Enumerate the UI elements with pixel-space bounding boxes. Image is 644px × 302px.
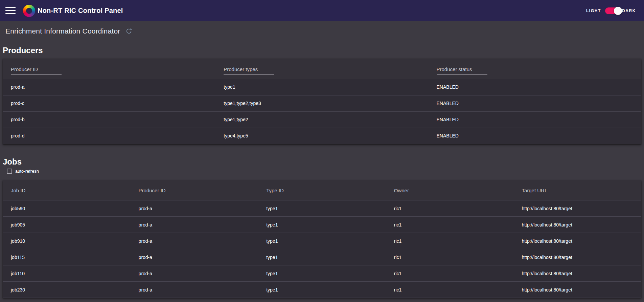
producer-id-filter-field [11, 66, 62, 75]
producers-heading: Producers [3, 46, 644, 55]
producer-status-filter-field [437, 66, 487, 75]
toggle-thumb[interactable] [614, 7, 622, 15]
job-type-id-filter-field [266, 188, 317, 196]
table-row: prod-c type1,type2,type3 ENABLED [3, 95, 641, 111]
job-producer-id-filter-field [139, 188, 189, 196]
producer-types-filter-field [224, 66, 274, 75]
theme-toggle-group: LIGHT DARK [586, 7, 636, 14]
producers-filter-row [3, 59, 641, 79]
auto-refresh-checkbox[interactable]: auto-refresh [7, 169, 644, 174]
producer-id-cell: prod-a [131, 200, 258, 217]
producers-table-card: prod-a type1 ENABLED prod-c type1,type2,… [3, 59, 641, 144]
page-title: Enrichment Information Coordinator [5, 27, 120, 35]
table-row: job910 prod-a type1 ric1 http://localhos… [3, 233, 641, 249]
dark-mode-toggle[interactable] [605, 7, 621, 14]
job-id-cell: job110 [3, 265, 131, 282]
job-id-cell: job905 [3, 217, 131, 233]
jobs-table-card: job590 prod-a type1 ric1 http://localhos… [3, 180, 641, 298]
app-title: Non-RT RIC Control Panel [38, 7, 123, 15]
table-row: job905 prod-a type1 ric1 http://localhos… [3, 217, 641, 233]
producer-types-cell: type1,type2,type3 [215, 95, 428, 111]
target-uri-cell: http://localhost:80/target [513, 233, 641, 249]
refresh-button[interactable] [125, 27, 133, 35]
table-row: job110 prod-a type1 ric1 http://localhos… [3, 265, 641, 282]
target-uri-cell: http://localhost:80/target [513, 265, 641, 282]
producer-status-cell: ENABLED [429, 128, 641, 144]
target-uri-cell: http://localhost:80/target [513, 200, 641, 217]
producer-types-filter-input[interactable] [224, 66, 274, 72]
checkbox-icon[interactable] [7, 169, 12, 174]
job-type-id-filter-input[interactable] [266, 188, 317, 193]
job-target-uri-filter-field [522, 188, 572, 196]
type-id-cell: type1 [258, 233, 386, 249]
producer-types-cell: type1,type2 [215, 111, 428, 128]
oran-logo-icon [23, 5, 35, 17]
producer-status-cell: ENABLED [429, 95, 641, 111]
producer-id-cell: prod-a [131, 233, 258, 249]
producer-types-cell: type1 [215, 79, 428, 95]
job-id-cell: job910 [3, 233, 131, 249]
jobs-table: job590 prod-a type1 ric1 http://localhos… [3, 180, 641, 298]
table-row: job230 prod-a type1 ric1 http://localhos… [3, 282, 641, 298]
job-owner-filter-field [394, 188, 445, 196]
producer-id-cell: prod-a [3, 79, 215, 95]
target-uri-cell: http://localhost:80/target [513, 217, 641, 233]
producer-id-filter-input[interactable] [11, 66, 62, 72]
dark-label: DARK [622, 8, 636, 13]
owner-cell: ric1 [386, 233, 514, 249]
jobs-heading: Jobs [3, 157, 644, 167]
producer-status-cell: ENABLED [429, 111, 641, 128]
producer-id-cell: prod-c [3, 95, 215, 111]
job-id-filter-input[interactable] [11, 188, 62, 193]
owner-cell: ric1 [386, 200, 514, 217]
producer-status-cell: ENABLED [429, 79, 641, 95]
job-id-cell: job115 [3, 249, 131, 265]
producer-status-filter-input[interactable] [437, 66, 487, 72]
job-id-cell: job590 [3, 200, 131, 217]
job-producer-id-filter-input[interactable] [139, 188, 189, 193]
job-target-uri-filter-input[interactable] [522, 188, 572, 193]
job-id-filter-field [11, 188, 62, 196]
page-title-row: Enrichment Information Coordinator [0, 21, 644, 41]
type-id-cell: type1 [258, 249, 386, 265]
table-row: prod-d type4,type5 ENABLED [3, 128, 641, 144]
light-label: LIGHT [586, 8, 601, 13]
job-id-cell: job230 [3, 282, 131, 298]
auto-refresh-label: auto-refresh [15, 169, 39, 174]
producer-id-cell: prod-a [131, 282, 258, 298]
job-owner-filter-input[interactable] [394, 188, 445, 193]
target-uri-cell: http://localhost:80/target [513, 282, 641, 298]
jobs-filter-row [3, 180, 641, 200]
producer-types-cell: type4,type5 [215, 128, 428, 144]
type-id-cell: type1 [258, 265, 386, 282]
producers-table: prod-a type1 ENABLED prod-c type1,type2,… [3, 59, 641, 144]
table-row: prod-a type1 ENABLED [3, 79, 641, 95]
target-uri-cell: http://localhost:80/target [513, 249, 641, 265]
menu-icon[interactable] [5, 7, 16, 14]
producer-id-cell: prod-a [131, 249, 258, 265]
owner-cell: ric1 [386, 265, 514, 282]
producer-id-cell: prod-a [131, 265, 258, 282]
table-row: prod-b type1,type2 ENABLED [3, 111, 641, 128]
refresh-icon [125, 27, 133, 35]
type-id-cell: type1 [258, 200, 386, 217]
producer-id-cell: prod-b [3, 111, 215, 128]
type-id-cell: type1 [258, 217, 386, 233]
top-app-bar: Non-RT RIC Control Panel LIGHT DARK [0, 0, 644, 21]
producer-id-cell: prod-d [3, 128, 215, 144]
table-row: job590 prod-a type1 ric1 http://localhos… [3, 200, 641, 217]
owner-cell: ric1 [386, 282, 514, 298]
producer-id-cell: prod-a [131, 217, 258, 233]
type-id-cell: type1 [258, 282, 386, 298]
table-row: job115 prod-a type1 ric1 http://localhos… [3, 249, 641, 265]
owner-cell: ric1 [386, 249, 514, 265]
owner-cell: ric1 [386, 217, 514, 233]
